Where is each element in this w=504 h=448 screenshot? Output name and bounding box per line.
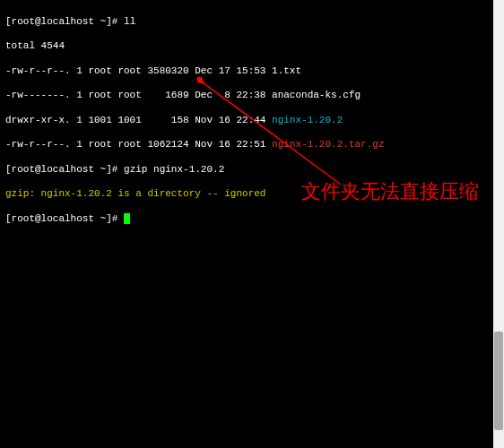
dir-name: nginx-1.20.2: [272, 115, 343, 125]
scrollbar-track[interactable]: [493, 0, 504, 448]
file-row: -rw-------. 1 root root 1689 Dec 8 22:38…: [5, 90, 499, 102]
total-line: total 4544: [5, 40, 499, 53]
prompt-line-2: [root@localhost ~]# gzip nginx-1.20.2: [5, 164, 499, 177]
prompt: [root@localhost ~]#: [5, 164, 124, 175]
file-name: 1.txt: [272, 65, 301, 76]
command-text: ll: [124, 16, 135, 27]
file-row: -rw-r--r--. 1 root root 3580320 Dec 17 1…: [5, 65, 499, 78]
file-name: anaconda-ks.cfg: [272, 90, 361, 100]
annotation-text: 文件夹无法直接压缩: [301, 179, 479, 204]
prompt: [root@localhost ~]#: [5, 16, 124, 27]
prompt: [root@localhost ~]#: [5, 213, 124, 224]
command-text: gzip nginx-1.20.2: [124, 164, 224, 175]
terminal-output[interactable]: [root@localhost ~]# ll total 4544 -rw-r-…: [0, 0, 504, 241]
file-row: drwxr-xr-x. 1 1001 1001 158 Nov 16 22:44…: [5, 115, 499, 127]
file-row: -rw-r--r--. 1 root root 1062124 Nov 16 2…: [5, 139, 499, 151]
scrollbar-thumb[interactable]: [494, 332, 503, 430]
prompt-line-3: [root@localhost ~]#: [5, 213, 499, 226]
archive-name: nginx-1.20.2.tar.gz: [272, 139, 384, 150]
prompt-line-1: [root@localhost ~]# ll: [5, 16, 499, 29]
cursor: [124, 213, 130, 224]
